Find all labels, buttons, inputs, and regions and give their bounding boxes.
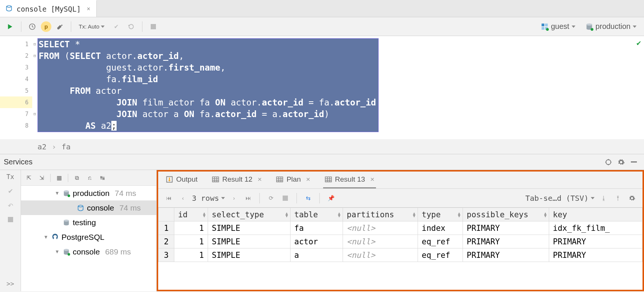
target-icon[interactable] xyxy=(602,156,615,169)
tx-label[interactable]: Tx xyxy=(6,173,14,181)
history-button[interactable] xyxy=(26,20,39,33)
console-icon xyxy=(76,204,85,212)
grid-icon[interactable]: ▦ xyxy=(54,172,65,184)
table-row[interactable]: 1 1 SIMPLE fa <null> index PRIMARY idx_f… xyxy=(159,221,643,235)
close-icon[interactable]: × xyxy=(306,175,310,184)
transaction-mode-selector[interactable]: Tx: Auto xyxy=(76,20,108,33)
reload-button[interactable]: ⟳ xyxy=(266,193,276,203)
close-icon[interactable]: × xyxy=(87,6,90,12)
editor-toolbar: p Tx: Auto ✔ guest production xyxy=(0,17,644,36)
gear-icon[interactable] xyxy=(615,156,628,169)
console-icon xyxy=(5,5,13,13)
pin-button[interactable]: 📌 xyxy=(326,193,336,203)
column-header-possible-keys[interactable]: possible_keys▲▼ xyxy=(463,208,549,221)
result-panel: Output Result 12 × Plan × Result 13 × ⏮ … xyxy=(157,170,644,291)
gear-icon[interactable] xyxy=(627,193,637,203)
upload-button[interactable]: ⭱ xyxy=(613,193,623,203)
result-grid[interactable]: id▲▼ select_type▲▼ table▲▼ partitions▲▼ … xyxy=(158,208,643,290)
chevron-down-icon xyxy=(101,26,105,28)
settings-button[interactable] xyxy=(54,20,66,33)
file-tab-console[interactable]: console [MySQL] × xyxy=(0,0,97,17)
stop-icon[interactable] xyxy=(8,217,13,224)
svg-point-8 xyxy=(590,28,593,30)
chevron-down-icon xyxy=(591,197,595,199)
column-header-select-type[interactable]: select_type▲▼ xyxy=(208,208,291,221)
tree-item-production[interactable]: ▼ production 74 ms xyxy=(21,186,156,200)
filter-icon[interactable]: ⧉ xyxy=(71,172,82,184)
row-count-selector[interactable]: 3 rows xyxy=(192,194,225,203)
close-icon[interactable]: × xyxy=(258,175,262,184)
expand-all-icon[interactable]: ⇱ xyxy=(23,172,34,184)
services-title: Services xyxy=(4,158,33,166)
collapse-all-icon[interactable]: ⇲ xyxy=(36,172,47,184)
check-icon[interactable]: ✔ xyxy=(8,187,13,195)
table-icon xyxy=(212,176,219,183)
compare-button[interactable]: ⇆ xyxy=(303,193,313,203)
column-header-key[interactable]: key xyxy=(549,208,643,221)
sql-editor[interactable]: 1⊟ 2⊟ 3 4 5 6 7⊟ 8 SELECT * FROM (SELECT… xyxy=(0,36,644,139)
prev-page-button[interactable]: ‹ xyxy=(178,193,188,203)
tab-result-12[interactable]: Result 12 × xyxy=(210,172,263,188)
table-row[interactable]: 3 1 SIMPLE a <null> eq_ref PRIMARY PRIMA… xyxy=(159,248,643,262)
column-header-type[interactable]: type▲▼ xyxy=(418,208,463,221)
file-tab-label: console [MySQL] xyxy=(16,5,81,13)
sort-icon[interactable]: ↹ xyxy=(97,172,108,184)
schema-selector[interactable]: guest xyxy=(537,20,579,33)
breadcrumb-item[interactable]: fa xyxy=(61,142,70,151)
tab-output[interactable]: Output xyxy=(164,172,199,188)
editor-breadcrumb[interactable]: a2 › fa xyxy=(0,139,644,154)
svg-point-14 xyxy=(64,249,69,251)
minimize-icon[interactable] xyxy=(628,156,640,169)
undo-icon[interactable]: ↶ xyxy=(8,202,13,210)
svg-rect-3 xyxy=(545,23,548,26)
close-icon[interactable]: × xyxy=(370,175,374,184)
breadcrumb-item[interactable]: a2 xyxy=(37,142,46,151)
first-page-button[interactable]: ⏮ xyxy=(163,193,174,203)
grid-corner xyxy=(159,208,174,221)
next-page-button[interactable]: › xyxy=(229,193,239,203)
table-row[interactable]: 2 1 SIMPLE actor <null> eq_ref PRIMARY P… xyxy=(159,235,643,248)
tree-item-testing[interactable]: testing xyxy=(21,215,156,230)
svg-point-13 xyxy=(64,220,69,221)
export-format-selector[interactable]: Tab-se…d (TSV) xyxy=(525,194,595,203)
column-header-partitions[interactable]: partitions▲▼ xyxy=(343,208,418,221)
svg-rect-10 xyxy=(8,217,13,222)
svg-point-6 xyxy=(546,28,548,30)
more-button[interactable]: >> xyxy=(6,280,14,287)
services-tree-panel: ⇱ ⇲ ▦ ⧉ ⎌ ↹ ▼ production 74 ms console 7… xyxy=(21,170,157,291)
services-toolbar: ⇱ ⇲ ▦ ⧉ ⎌ ↹ xyxy=(21,170,156,186)
datasource-icon xyxy=(62,190,70,197)
chevron-down-icon: ▼ xyxy=(55,190,60,196)
svg-rect-17 xyxy=(213,177,219,182)
profile-button[interactable]: p xyxy=(41,21,51,32)
separator xyxy=(71,21,71,32)
run-button[interactable] xyxy=(4,20,16,33)
stop-button[interactable] xyxy=(147,20,160,33)
branch-icon[interactable]: ⎌ xyxy=(84,172,95,184)
grid-header-row: id▲▼ select_type▲▼ table▲▼ partitions▲▼ … xyxy=(159,208,643,221)
datasource-icon xyxy=(62,219,70,226)
download-button[interactable]: ⭳ xyxy=(598,193,609,203)
file-tabstrip: console [MySQL] × xyxy=(0,0,644,17)
tab-result-13[interactable]: Result 13 × xyxy=(323,172,376,188)
tab-plan[interactable]: Plan × xyxy=(274,172,312,188)
stop-button[interactable] xyxy=(280,193,291,203)
services-header: Services xyxy=(0,154,644,170)
tree-item-pg-console[interactable]: ▼ console 689 ms xyxy=(21,244,156,259)
svg-point-12 xyxy=(67,194,70,197)
column-header-id[interactable]: id▲▼ xyxy=(174,208,208,221)
services-tree[interactable]: ▼ production 74 ms console 74 ms testing… xyxy=(21,186,156,291)
table-icon xyxy=(325,176,332,183)
svg-rect-20 xyxy=(283,196,288,201)
tree-item-console[interactable]: console 74 ms xyxy=(21,200,156,215)
column-header-table[interactable]: table▲▼ xyxy=(291,208,343,221)
tree-item-postgresql[interactable]: ▼ PostgreSQL xyxy=(21,230,156,244)
separator xyxy=(259,193,260,203)
result-toolbar: ⏮ ‹ 3 rows › ⏭ ⟳ ⇆ 📌 Tab-se…d (TSV) ⭳ ⭱ xyxy=(158,189,643,208)
datasource-selector[interactable]: production xyxy=(581,20,640,33)
last-page-button[interactable]: ⏭ xyxy=(243,193,253,203)
rollback-button[interactable] xyxy=(125,20,138,33)
editor-text[interactable]: SELECT * FROM (SELECT actor.actor_id, gu… xyxy=(32,36,644,139)
inspection-ok-icon[interactable]: ✔ xyxy=(637,38,641,47)
commit-button[interactable]: ✔ xyxy=(110,20,123,33)
